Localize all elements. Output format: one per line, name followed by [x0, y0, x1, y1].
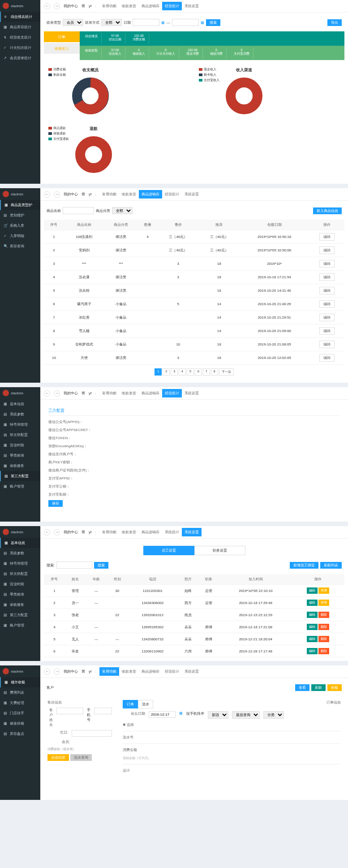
sidebar-item[interactable]: 🔍库存查询	[0, 241, 40, 251]
nav-tab[interactable]: 系统统计	[162, 528, 182, 536]
tab-order[interactable]: 订单	[123, 700, 138, 708]
forward-icon[interactable]: →	[54, 669, 60, 675]
search-input[interactable]	[56, 561, 92, 569]
forward-icon[interactable]: →	[54, 529, 60, 535]
nav-tab[interactable]: 常用功能	[99, 528, 119, 536]
sidebar-item[interactable]: ▤系统参数	[0, 409, 40, 419]
date-icon[interactable]: ▦	[179, 711, 183, 715]
forward-icon[interactable]: →	[54, 3, 60, 9]
sidebar-item[interactable]: ▦特号询管理	[0, 419, 40, 430]
cust-name-input[interactable]	[56, 708, 83, 714]
page-button[interactable]: 下一页	[219, 368, 234, 376]
nav-tab[interactable]: 商品进销存	[139, 2, 162, 10]
sidebar-item[interactable]: ▤季类标准	[0, 589, 40, 600]
view-button[interactable]: 查看	[295, 684, 309, 691]
product-cat-select[interactable]: 全部	[112, 207, 133, 214]
cust-phone-input[interactable]	[94, 708, 112, 714]
checkout-button[interactable]: 点击结算	[47, 754, 69, 761]
nav-tab[interactable]: 收款发货	[119, 667, 139, 676]
refresh-button[interactable]: 刷新	[311, 684, 326, 691]
edit-button[interactable]: 编辑	[319, 300, 335, 308]
sidebar-item[interactable]: ✓计次扣次统计	[0, 43, 40, 53]
page-button[interactable]: 8	[211, 368, 218, 376]
edit-button[interactable]: 编辑	[307, 648, 318, 654]
flow-button[interactable]: 流水查询	[70, 754, 92, 761]
page-button[interactable]: 2	[163, 368, 170, 376]
nav-tab[interactable]: 系统设置	[182, 667, 202, 676]
sidebar-item[interactable]: ▦商品库存统计	[0, 22, 40, 32]
sidebar-item[interactable]: ▦体验服务	[0, 600, 40, 610]
save-button[interactable]: 保存	[48, 500, 63, 507]
sidebar-item[interactable]: ▦商品及类型护	[0, 200, 40, 210]
sidebar-item[interactable]: ▦修改价格	[0, 718, 40, 729]
action-button[interactable]: 删除	[318, 648, 329, 654]
sidebar-item[interactable]: ↯经营收支统计	[0, 32, 40, 43]
search-button[interactable]: 搜索	[94, 562, 108, 569]
date-icon[interactable]: ▦	[201, 21, 204, 25]
sidebar-item[interactable]: ▤季类标准	[0, 450, 40, 461]
stat-tab-a[interactable]: 订单	[44, 31, 80, 42]
nav-tab[interactable]: 商品进销存	[139, 389, 162, 397]
nav-tab[interactable]: 经营统计	[162, 190, 182, 199]
sidebar-item[interactable]: ▤第三方配置	[0, 610, 40, 620]
cat-select[interactable]: 分类	[263, 711, 284, 719]
tab-staff[interactable]: 员工设置	[143, 546, 194, 555]
nav-tab[interactable]: 常用功能	[99, 2, 119, 10]
page-button[interactable]: 3	[171, 368, 178, 376]
edit-button[interactable]: 编辑	[319, 233, 335, 241]
edit-button[interactable]: 编辑	[307, 612, 318, 618]
sidebar-item[interactable]: ≡综合报表统计	[0, 12, 40, 22]
edit-button[interactable]: 编辑	[319, 273, 335, 281]
edit-button[interactable]: 编辑	[319, 314, 335, 321]
date-to-input[interactable]	[172, 19, 199, 26]
cust-tel-input[interactable]	[72, 730, 112, 737]
nav-tab[interactable]: 收款发货	[119, 2, 139, 10]
page-button[interactable]: 7	[203, 368, 210, 376]
sidebar-item[interactable]: ▦体验服务	[0, 461, 40, 471]
page-button[interactable]: 5	[187, 368, 194, 376]
nav-tab[interactable]: 系统设置	[182, 2, 202, 10]
tab-flow[interactable]: 流水	[138, 700, 153, 708]
nav-tab[interactable]: 系统设置	[182, 389, 202, 397]
product-name-input[interactable]	[63, 207, 94, 214]
sidebar-item[interactable]: ▦基本信息	[0, 538, 40, 548]
action-button[interactable]: 删除	[318, 612, 329, 618]
sidebar-item[interactable]: ▦特号询管理	[0, 558, 40, 569]
filter-select[interactable]: 最后查询	[232, 711, 260, 719]
date-from-input[interactable]	[133, 19, 159, 26]
sort-select[interactable]: 新旧	[208, 711, 228, 719]
filter-type-select[interactable]: 会员	[63, 19, 83, 26]
edit-button[interactable]: 编辑	[319, 327, 335, 335]
nav-tab[interactable]: 经营统计	[162, 2, 182, 10]
edit-button[interactable]: 编辑	[319, 354, 335, 362]
action-button[interactable]: 停用	[318, 600, 329, 606]
lang-badge[interactable]: 简	[82, 4, 85, 9]
nav-tab[interactable]: 经营统计	[162, 389, 182, 397]
edit-button[interactable]: 编辑	[307, 600, 318, 606]
sidebar-item[interactable]: ▤班次班配置	[0, 569, 40, 579]
back-icon[interactable]: ←	[44, 191, 50, 198]
nav-tab[interactable]: 收款发货	[119, 190, 139, 199]
user-link[interactable]: 我的中心	[64, 4, 78, 9]
sidebar-item[interactable]: ▤班次班配置	[0, 430, 40, 440]
edit-button[interactable]: 编辑	[307, 624, 318, 630]
sidebar-item[interactable]: ▤系统参数	[0, 548, 40, 558]
order-date-input[interactable]	[149, 711, 176, 718]
sidebar-item[interactable]: ▦基本信息	[0, 399, 40, 409]
edit-button[interactable]: 编辑	[319, 260, 335, 268]
add-staff-button[interactable]: 新增员工绑定	[290, 562, 318, 569]
edit-button[interactable]: 编辑	[319, 341, 335, 348]
filter-mode-select[interactable]: 全部	[101, 19, 122, 26]
nav-tab[interactable]: 商品进销存	[139, 667, 162, 676]
sidebar-item[interactable]: ▤门店转手	[0, 708, 40, 718]
sidebar-item[interactable]: ↗会员登录统计	[0, 53, 40, 63]
nav-tab[interactable]: 商品进销存	[139, 190, 162, 199]
sidebar-item[interactable]: ▦营业时段	[0, 440, 40, 450]
sidebar-item[interactable]: ▤类别维护	[0, 210, 40, 220]
back-icon[interactable]: ←	[44, 3, 50, 9]
nav-tab[interactable]: 常用功能	[99, 190, 119, 199]
nav-tab[interactable]: 收款发货	[119, 389, 139, 397]
edit-button[interactable]: 编辑	[307, 636, 318, 642]
search-button[interactable]: 搜索	[206, 19, 220, 26]
tab-role[interactable]: 职务设置	[194, 546, 245, 555]
